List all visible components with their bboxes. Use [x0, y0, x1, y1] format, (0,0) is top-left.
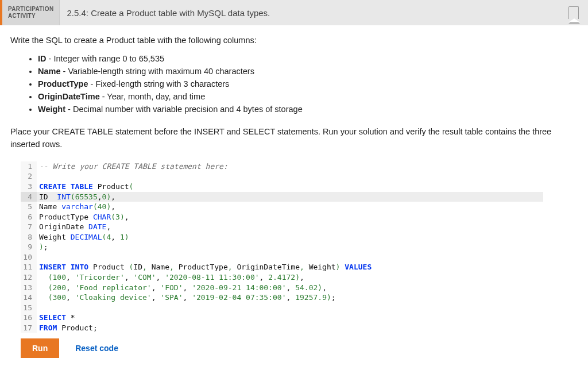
code-line[interactable]: 7OriginDate DATE, [21, 222, 543, 232]
code-editor[interactable]: 1-- Write your CREATE TABLE statement he… [21, 161, 543, 333]
line-number: 15 [21, 303, 37, 313]
line-number: 11 [21, 262, 37, 272]
code-line[interactable]: 10 [21, 252, 543, 263]
code-line[interactable]: 16SELECT * [21, 313, 543, 323]
reset-code-link[interactable]: Reset code [75, 344, 118, 353]
line-number: 14 [21, 292, 37, 303]
code-content[interactable]: FROM Product; [37, 323, 98, 333]
code-content[interactable]: (300, 'Cloaking device', 'SPA', '2019-02… [37, 292, 336, 303]
bookmark-icon [568, 6, 579, 19]
code-line[interactable]: 17FROM Product; [21, 323, 543, 333]
code-line[interactable]: 13 (200, 'Food replicator', 'FOD', '2020… [21, 283, 543, 293]
line-number: 16 [21, 313, 37, 323]
line-number: 7 [21, 222, 37, 232]
prompt-explain: Place your CREATE TABLE statement before… [10, 125, 578, 151]
code-line[interactable]: 4ID INT(65535,0), [21, 192, 543, 202]
code-content[interactable]: ProductType CHAR(3), [37, 212, 129, 222]
activity-title: 2.5.4: Create a Product table with MySQL… [60, 0, 559, 25]
code-content[interactable]: OriginDate DATE, [37, 222, 111, 232]
code-line[interactable]: 1-- Write your CREATE TABLE statement he… [21, 161, 543, 172]
list-item: ID - Integer with range 0 to 65,535 [38, 54, 578, 63]
code-content[interactable] [37, 252, 44, 263]
list-item: Name - Variable-length string with maxim… [38, 67, 578, 76]
code-content[interactable]: CREATE TABLE Product( [37, 182, 133, 192]
code-line[interactable]: 5Name varchar(40), [21, 202, 543, 212]
code-content[interactable]: (100, 'Tricorder', 'COM', '2020-08-11 11… [37, 272, 304, 283]
column-spec-list: ID - Integer with range 0 to 65,535 Name… [10, 54, 578, 114]
activity-content: Write the SQL to create a Product table … [0, 25, 588, 368]
code-line[interactable]: 6ProductType CHAR(3), [21, 212, 543, 222]
badge-line1: PARTICIPATION [8, 6, 53, 13]
badge-line2: ACTIVITY [8, 13, 53, 20]
activity-badge: PARTICIPATION ACTIVITY [2, 0, 60, 25]
line-number: 6 [21, 212, 37, 222]
line-number: 1 [21, 161, 37, 172]
code-line[interactable]: 14 (300, 'Cloaking device', 'SPA', '2019… [21, 292, 543, 303]
code-content[interactable]: -- Write your CREATE TABLE statement her… [37, 161, 228, 172]
code-content[interactable]: Name varchar(40), [37, 202, 115, 212]
line-number: 17 [21, 323, 37, 333]
line-number: 2 [21, 171, 37, 182]
code-line[interactable]: 11INSERT INTO Product (ID, Name, Product… [21, 262, 543, 272]
line-number: 13 [21, 283, 37, 293]
run-button[interactable]: Run [21, 338, 59, 358]
code-line[interactable]: 12 (100, 'Tricorder', 'COM', '2020-08-11… [21, 272, 543, 283]
code-line[interactable]: 2 [21, 171, 543, 182]
code-content[interactable] [37, 171, 44, 182]
bookmark-button[interactable] [559, 0, 588, 25]
code-content[interactable]: (200, 'Food replicator', 'FOD', '2020-09… [37, 283, 327, 293]
list-item: Weight - Decimal number with variable pr… [38, 105, 578, 114]
line-number: 9 [21, 242, 37, 252]
list-item: OriginDateTime - Year, month, day, and t… [38, 92, 578, 101]
line-number: 5 [21, 202, 37, 212]
code-content[interactable]: SELECT * [37, 313, 75, 323]
line-number: 3 [21, 182, 37, 192]
line-number: 10 [21, 252, 37, 263]
code-line[interactable]: 15 [21, 303, 543, 313]
line-number: 12 [21, 272, 37, 283]
activity-header: PARTICIPATION ACTIVITY 2.5.4: Create a P… [0, 0, 588, 25]
line-number: 8 [21, 232, 37, 242]
action-bar: Run Reset code [21, 338, 578, 358]
code-content[interactable]: Weight DECIMAL(4, 1) [37, 232, 129, 242]
code-line[interactable]: 9); [21, 242, 543, 252]
code-content[interactable]: ); [37, 242, 48, 252]
code-line[interactable]: 3CREATE TABLE Product( [21, 182, 543, 192]
prompt-intro: Write the SQL to create a Product table … [10, 36, 578, 45]
code-content[interactable]: ID INT(65535,0), [37, 192, 115, 202]
list-item: ProductType - Fixed-length string with 3… [38, 79, 578, 88]
code-content[interactable] [37, 303, 44, 313]
line-number: 4 [21, 192, 37, 202]
code-line[interactable]: 8Weight DECIMAL(4, 1) [21, 232, 543, 242]
code-content[interactable]: INSERT INTO Product (ID, Name, ProductTy… [37, 262, 372, 272]
